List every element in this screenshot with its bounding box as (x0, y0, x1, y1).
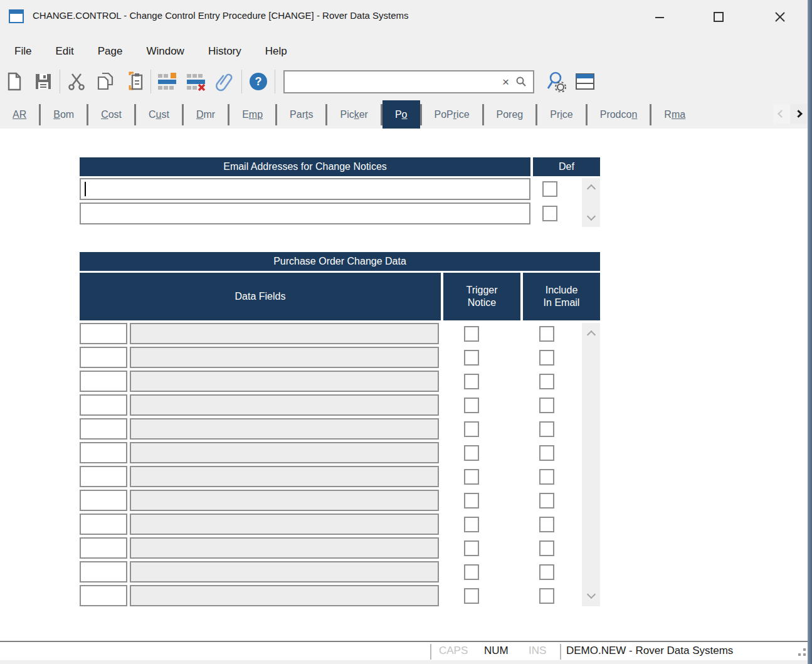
field-code-input[interactable] (81, 467, 126, 486)
paste-button[interactable] (120, 68, 149, 95)
include-in-email-checkbox[interactable] (539, 398, 554, 413)
trigger-notice-checkbox[interactable] (464, 445, 479, 461)
tab-ar[interactable]: AR (0, 100, 39, 129)
attachment-button[interactable] (211, 68, 240, 95)
field-code-input[interactable] (81, 324, 126, 343)
scroll-up-icon[interactable] (586, 330, 595, 339)
field-code-input[interactable] (81, 396, 126, 414)
po-row-10 (80, 537, 600, 561)
insert-row-button[interactable] (153, 68, 182, 95)
include-in-email-checkbox[interactable] (539, 469, 554, 485)
tab-dmr[interactable]: Dmr (184, 100, 228, 129)
delete-row-button[interactable] (182, 68, 211, 95)
tab-prodcon[interactable]: Prodcon (588, 100, 650, 129)
text-caret (85, 182, 86, 196)
tab-picker[interactable]: Picker (327, 100, 380, 129)
menu-history[interactable]: History (196, 38, 253, 65)
email-address-input-1[interactable] (81, 179, 529, 199)
field-code-input[interactable] (81, 372, 126, 391)
field-code-input[interactable] (81, 562, 126, 581)
field-code-input[interactable] (81, 491, 126, 510)
scroll-down-icon[interactable] (586, 590, 595, 599)
new-document-button[interactable] (0, 68, 29, 95)
include-in-email-checkbox[interactable] (539, 421, 554, 437)
tab-emp[interactable]: Emp (229, 100, 275, 129)
trigger-notice-checkbox[interactable] (464, 540, 479, 556)
field-code-input[interactable] (81, 539, 126, 557)
search-input[interactable] (285, 71, 497, 92)
trigger-notice-checkbox[interactable] (464, 588, 479, 604)
cut-button[interactable] (62, 68, 91, 95)
save-button[interactable] (29, 68, 58, 95)
window-layout-icon (576, 73, 594, 90)
trigger-notice-checkbox[interactable] (464, 421, 479, 437)
field-code-input[interactable] (81, 586, 126, 605)
minimize-button[interactable] (641, 0, 678, 34)
search-icon[interactable] (514, 76, 533, 87)
tab-po[interactable]: Po (382, 100, 420, 129)
trigger-notice-checkbox[interactable] (464, 350, 479, 366)
tab-rma[interactable]: Rma (651, 100, 698, 129)
resize-grip[interactable] (803, 653, 806, 656)
po-scrollbar[interactable] (582, 323, 600, 606)
trigger-notice-checkbox[interactable] (464, 517, 479, 532)
include-in-email-checkbox[interactable] (539, 540, 554, 556)
session-label: DEMO.NEW - Rover Data Systems (566, 645, 733, 657)
include-in-email-checkbox[interactable] (539, 517, 554, 532)
maximize-button[interactable] (700, 0, 737, 34)
menu-help[interactable]: Help (253, 38, 299, 65)
field-code-input[interactable] (81, 419, 126, 438)
email-scrollbar[interactable] (582, 178, 600, 227)
close-button[interactable] (761, 0, 799, 34)
tab-poprice[interactable]: PoPrice (422, 100, 482, 129)
toolbar-separator (241, 70, 242, 93)
include-in-email-checkbox[interactable] (539, 564, 554, 580)
tab-scroll-left-button[interactable] (773, 104, 790, 124)
toolbar-separator (60, 70, 60, 93)
po-row-9 (80, 514, 600, 537)
advanced-search-button[interactable] (542, 68, 571, 95)
tab-parts[interactable]: Parts (277, 100, 325, 129)
scroll-down-icon[interactable] (586, 212, 595, 221)
def-checkbox-2[interactable] (542, 206, 557, 221)
field-code-cell (80, 371, 127, 392)
tab-cost[interactable]: Cost (88, 100, 134, 129)
trigger-notice-checkbox[interactable] (464, 326, 479, 342)
tab-poreg[interactable]: Poreg (484, 100, 536, 129)
include-in-email-checkbox[interactable] (539, 374, 554, 389)
title-bar: CHANGE.CONTROL - Change Control Entry Pr… (0, 0, 812, 34)
include-in-email-checkbox[interactable] (539, 445, 554, 461)
search-clear-icon[interactable]: × (497, 76, 514, 88)
include-in-email-checkbox[interactable] (539, 493, 554, 509)
menu-window[interactable]: Window (134, 38, 196, 65)
help-button[interactable]: ? (244, 68, 273, 95)
paste-icon (125, 71, 144, 92)
scroll-up-icon[interactable] (586, 184, 595, 193)
tab-scroll-right-button[interactable] (790, 104, 807, 124)
po-row-7 (80, 466, 600, 490)
tab-cust[interactable]: Cust (136, 100, 182, 129)
window-layout-button[interactable] (571, 68, 599, 95)
field-code-input[interactable] (81, 515, 126, 534)
def-checkbox-1[interactable] (542, 181, 557, 197)
tab-bom[interactable]: Bom (41, 100, 87, 129)
email-address-input-2[interactable] (81, 204, 529, 223)
include-in-email-checkbox[interactable] (539, 326, 554, 342)
trigger-notice-checkbox[interactable] (464, 398, 479, 413)
trigger-notice-checkbox[interactable] (464, 564, 479, 580)
include-in-email-checkbox[interactable] (539, 588, 554, 604)
menu-page[interactable]: Page (86, 38, 135, 65)
tab-price[interactable]: Price (537, 100, 585, 129)
po-row-11 (80, 561, 600, 585)
include-in-email-checkbox[interactable] (539, 350, 554, 366)
copy-button[interactable] (91, 68, 120, 95)
trigger-notice-checkbox[interactable] (464, 374, 479, 389)
menu-edit[interactable]: Edit (43, 38, 85, 65)
trigger-notice-checkbox[interactable] (464, 469, 479, 485)
status-bar: CAPS NUM INS DEMO.NEW - Rover Data Syste… (0, 641, 812, 660)
menu-file[interactable]: File (3, 38, 43, 65)
field-code-input[interactable] (81, 443, 126, 462)
help-icon: ? (250, 73, 267, 90)
field-code-input[interactable] (81, 348, 126, 367)
trigger-notice-checkbox[interactable] (464, 493, 479, 509)
